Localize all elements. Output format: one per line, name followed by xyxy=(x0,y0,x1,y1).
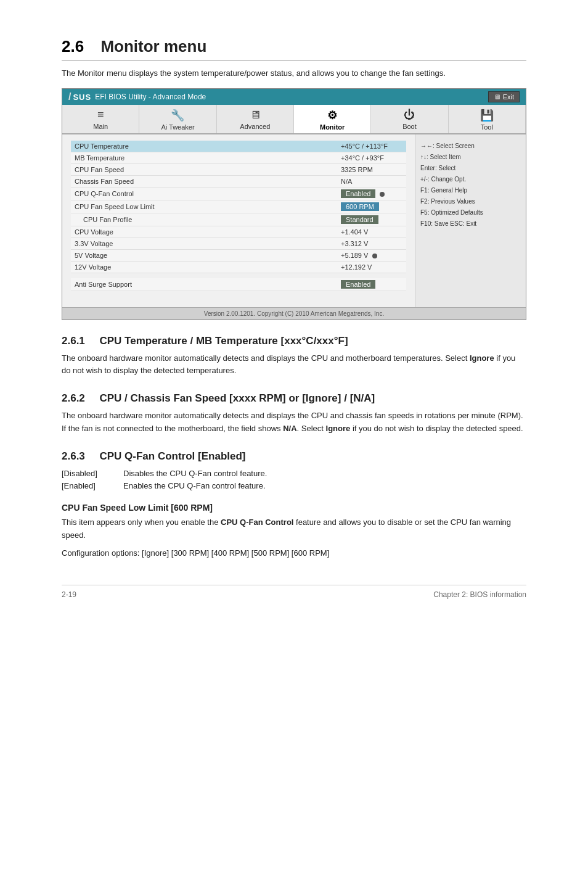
row-cpu-voltage[interactable]: CPU Voltage +1.404 V xyxy=(71,226,406,238)
nav-advanced[interactable]: 🖥 Advanced xyxy=(217,105,294,133)
tool-icon: 💾 xyxy=(451,109,523,122)
help-text: →←: Select Screen ↑↓: Select Item Enter:… xyxy=(420,141,521,229)
chapter-label: Chapter 2: BIOS information xyxy=(433,590,526,599)
row-5v-voltage[interactable]: 5V Voltage +5.189 V xyxy=(71,250,406,262)
bios-nav: ≡ Main 🔧 Ai Tweaker 🖥 Advanced ⚙ Monitor… xyxy=(62,105,526,134)
subsection-262: 2.6.2 CPU / Chassis Fan Speed [xxxx RPM]… xyxy=(62,392,526,435)
nav-boot[interactable]: ⏻ Boot xyxy=(371,105,448,133)
qfan-badge: Enabled xyxy=(341,189,375,198)
page-number: 2-19 xyxy=(62,590,76,599)
low-limit-badge: 600 RPM xyxy=(341,202,379,211)
row-cpu-temp[interactable]: CPU Temperature +45°C / +113°F xyxy=(71,141,406,152)
row-anti-surge[interactable]: Anti Surge Support Enabled xyxy=(71,278,406,291)
bios-topbar: /SUS EFI BIOS Utility - Advanced Mode 🖥 … xyxy=(62,89,526,105)
main-icon: ≡ xyxy=(65,109,136,122)
nav-monitor[interactable]: ⚙ Monitor xyxy=(294,105,371,133)
subsection-263-title: 2.6.3 CPU Q-Fan Control [Enabled] xyxy=(62,450,526,463)
subsection-261-title: 2.6.1 CPU Temperature / MB Temperature [… xyxy=(62,335,526,347)
nav-ai-tweaker[interactable]: 🔧 Ai Tweaker xyxy=(139,105,216,133)
scroll-dot xyxy=(380,192,385,197)
row-cpu-fan-low-limit[interactable]: CPU Fan Speed Low Limit 600 RPM xyxy=(71,200,406,213)
bios-main-panel: CPU Temperature +45°C / +113°F MB Temper… xyxy=(62,134,415,307)
bios-title-text: EFI BIOS Utility - Advanced Mode xyxy=(95,93,206,101)
sub-heading-low-limit: CPU Fan Speed Low Limit [600 RPM] xyxy=(62,503,526,513)
monitor-icon: 🖥 xyxy=(494,93,500,101)
option-disabled: [Disabled] Disables the CPU Q-Fan contro… xyxy=(62,468,526,481)
row-chassis-fan-speed[interactable]: Chassis Fan Speed N/A xyxy=(71,176,406,188)
monitor-nav-icon: ⚙ xyxy=(296,109,368,122)
advanced-icon: 🖥 xyxy=(219,109,291,122)
section-intro: The Monitor menu displays the system tem… xyxy=(62,67,526,80)
nav-tool[interactable]: 💾 Tool xyxy=(449,105,526,133)
bios-sidebar: →←: Select Screen ↑↓: Select Item Enter:… xyxy=(415,134,526,307)
footer-divider xyxy=(62,585,526,585)
subsection-263: 2.6.3 CPU Q-Fan Control [Enabled] [Disab… xyxy=(62,450,526,560)
asus-logo: /SUS xyxy=(68,91,91,102)
subsection-262-title: 2.6.2 CPU / Chassis Fan Speed [xxxx RPM]… xyxy=(62,392,526,405)
bios-topbar-left: /SUS EFI BIOS Utility - Advanced Mode xyxy=(68,91,206,102)
row-33v-voltage[interactable]: 3.3V Voltage +3.312 V xyxy=(71,238,406,250)
subsection-262-body: The onboard hardware monitor automatical… xyxy=(62,410,526,435)
spacer2 xyxy=(71,291,406,301)
boot-icon: ⏻ xyxy=(374,109,445,122)
page-footer: 2-19 Chapter 2: BIOS information xyxy=(62,590,526,599)
row-cpu-fan-profile[interactable]: CPU Fan Profile Standard xyxy=(71,213,406,226)
row-12v-voltage[interactable]: 12V Voltage +12.192 V xyxy=(71,262,406,273)
bios-exit-button[interactable]: 🖥 Exit xyxy=(488,91,520,102)
bios-window: /SUS EFI BIOS Utility - Advanced Mode 🖥 … xyxy=(62,88,526,320)
option-enabled: [Enabled] Enables the CPU Q-Fan control … xyxy=(62,480,526,493)
section-title: 2.6 Monitor menu xyxy=(62,37,526,61)
spacer xyxy=(71,273,406,278)
subsection-261-body: The onboard hardware monitor automatical… xyxy=(62,352,526,378)
anti-surge-badge: Enabled xyxy=(341,280,375,289)
bios-footer: Version 2.00.1201. Copyright (C) 2010 Am… xyxy=(62,307,526,320)
row-cpu-fan-speed[interactable]: CPU Fan Speed 3325 RPM xyxy=(71,164,406,176)
fan-profile-badge: Standard xyxy=(341,215,378,224)
row-mb-temp[interactable]: MB Temperature +34°C / +93°F xyxy=(71,152,406,164)
bios-content: CPU Temperature +45°C / +113°F MB Temper… xyxy=(62,134,526,307)
sub-body-low-limit: This item appears only when you enable t… xyxy=(62,516,526,542)
config-options-text: Configuration options: [Ignore] [300 RPM… xyxy=(62,547,526,560)
nav-main[interactable]: ≡ Main xyxy=(62,105,139,133)
row-cpu-qfan-control[interactable]: CPU Q-Fan Control Enabled xyxy=(71,188,406,200)
scroll-dot-2 xyxy=(372,254,377,258)
subsection-261: 2.6.1 CPU Temperature / MB Temperature [… xyxy=(62,335,526,378)
ai-tweaker-icon: 🔧 xyxy=(142,109,213,122)
option-table-263: [Disabled] Disables the CPU Q-Fan contro… xyxy=(62,468,526,493)
